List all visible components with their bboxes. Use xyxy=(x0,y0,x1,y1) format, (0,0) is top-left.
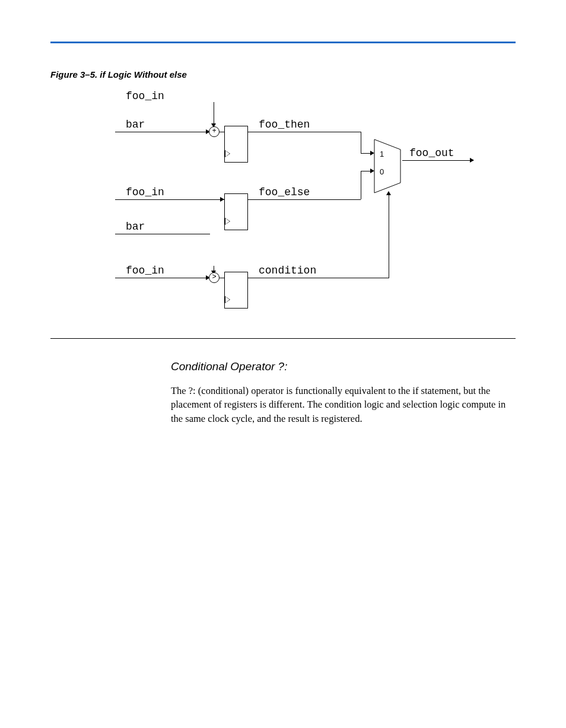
figure-caption: Figure 3–5. if Logic Without else xyxy=(50,69,566,80)
wire xyxy=(337,132,361,132)
wire xyxy=(214,102,214,126)
underline xyxy=(248,278,337,278)
underline xyxy=(248,132,337,132)
underline xyxy=(115,234,210,234)
label-foo-then: foo_then xyxy=(259,119,310,131)
label-bar-top: bar xyxy=(126,119,145,131)
wire xyxy=(337,278,389,278)
label-foo-in-top: foo_in xyxy=(126,90,164,102)
comparator-op: > xyxy=(209,272,220,283)
arrow xyxy=(220,197,224,202)
header-rule xyxy=(50,42,516,43)
wire xyxy=(220,278,224,278)
circuit-diagram: foo_in bar foo_then foo_out foo_in foo_e… xyxy=(101,89,481,338)
mux-input-1-label: 1 xyxy=(380,150,384,158)
label-foo-out: foo_out xyxy=(409,147,454,159)
section-heading: Conditional Operator ?: xyxy=(171,360,566,373)
label-foo-else: foo_else xyxy=(259,186,310,198)
figure-bottom-rule xyxy=(50,338,516,339)
label-condition: condition xyxy=(259,265,316,276)
wire xyxy=(389,195,389,278)
wire xyxy=(361,132,361,153)
underline xyxy=(402,160,473,161)
mux-input-0-label: 0 xyxy=(380,167,384,176)
label-foo-in-mid: foo_in xyxy=(126,186,164,198)
underline xyxy=(115,132,210,132)
arrow xyxy=(470,158,474,163)
wire xyxy=(361,171,361,199)
wire xyxy=(220,132,224,132)
underline xyxy=(248,199,337,200)
wire xyxy=(337,199,361,200)
svg-marker-0 xyxy=(374,139,400,193)
label-bar-mid: bar xyxy=(126,221,145,233)
mux: 1 0 xyxy=(374,139,401,193)
underline xyxy=(115,199,210,200)
label-foo-in-bot: foo_in xyxy=(126,265,164,276)
register xyxy=(224,193,248,230)
register xyxy=(224,272,248,309)
body-paragraph: The ?: (conditional) operator is functio… xyxy=(171,384,513,425)
adder-op: + xyxy=(209,126,220,137)
underline xyxy=(115,278,210,278)
register xyxy=(224,126,248,163)
